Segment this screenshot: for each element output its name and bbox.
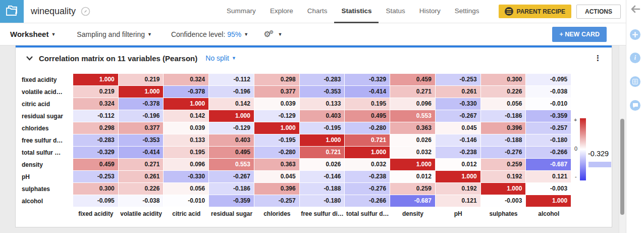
- collapse-chevron-icon[interactable]: [26, 56, 33, 61]
- chat-icon[interactable]: [630, 100, 640, 111]
- matrix-cell[interactable]: 0.226: [119, 183, 164, 195]
- matrix-cell[interactable]: 0.261: [436, 86, 481, 98]
- matrix-cell[interactable]: 0.142: [164, 110, 209, 122]
- matrix-cell[interactable]: 0.298: [73, 122, 119, 134]
- matrix-cell[interactable]: -0.266: [345, 195, 390, 207]
- matrix-cell[interactable]: -0.283: [300, 74, 345, 86]
- matrix-cell[interactable]: -0.238: [345, 171, 390, 183]
- matrix-cell[interactable]: -0.003: [526, 183, 571, 195]
- tab-status[interactable]: Status: [379, 0, 412, 23]
- matrix-cell[interactable]: 0.096: [164, 159, 209, 171]
- tab-statistics[interactable]: Statistics: [334, 0, 379, 23]
- matrix-cell[interactable]: 1.000: [526, 195, 571, 207]
- matrix-cell[interactable]: 0.298: [254, 74, 300, 86]
- tab-settings[interactable]: Settings: [448, 0, 487, 23]
- vertical-scrollbar-track[interactable]: [619, 45, 626, 233]
- matrix-cell[interactable]: 1.000: [481, 183, 526, 195]
- matrix-cell[interactable]: -0.359: [209, 195, 254, 207]
- matrix-cell[interactable]: -0.112: [209, 74, 254, 86]
- matrix-cell[interactable]: 1.000: [390, 159, 436, 171]
- matrix-cell[interactable]: 1.000: [73, 74, 119, 86]
- matrix-cell[interactable]: -0.180: [300, 195, 345, 207]
- vertical-scrollbar-thumb[interactable]: [620, 119, 624, 215]
- matrix-cell[interactable]: -0.687: [390, 195, 436, 207]
- matrix-cell[interactable]: -0.267: [436, 110, 481, 122]
- matrix-cell[interactable]: -0.129: [254, 110, 300, 122]
- matrix-cell[interactable]: -0.330: [436, 98, 481, 110]
- parent-recipe-button[interactable]: PARENT RECIPE: [499, 5, 571, 18]
- tab-history[interactable]: History: [412, 0, 448, 23]
- matrix-cell[interactable]: 0.219: [73, 86, 119, 98]
- matrix-cell[interactable]: 0.721: [300, 147, 345, 159]
- matrix-cell[interactable]: -0.112: [73, 110, 119, 122]
- matrix-cell[interactable]: -0.095: [526, 74, 571, 86]
- matrix-cell[interactable]: -0.186: [481, 110, 526, 122]
- settings-gears-dropdown[interactable]: ⚙⚙▼: [263, 29, 282, 39]
- matrix-cell[interactable]: -0.186: [209, 183, 254, 195]
- matrix-cell[interactable]: 1.000: [300, 134, 345, 147]
- matrix-cell[interactable]: 0.495: [345, 110, 390, 122]
- matrix-cell[interactable]: 0.026: [300, 159, 345, 171]
- matrix-cell[interactable]: 0.377: [254, 86, 300, 98]
- matrix-cell[interactable]: -0.257: [526, 122, 571, 134]
- new-card-button[interactable]: + NEW CARD: [552, 27, 607, 42]
- matrix-cell[interactable]: 0.403: [300, 110, 345, 122]
- matrix-cell[interactable]: -0.414: [345, 86, 390, 98]
- matrix-cell[interactable]: 0.271: [119, 159, 164, 171]
- matrix-cell[interactable]: 0.553: [390, 110, 436, 122]
- matrix-cell[interactable]: -0.038: [119, 195, 164, 207]
- matrix-cell[interactable]: 0.259: [390, 183, 436, 195]
- matrix-cell[interactable]: 0.039: [254, 98, 300, 110]
- matrix-cell[interactable]: -0.378: [119, 98, 164, 110]
- matrix-cell[interactable]: 0.324: [164, 74, 209, 86]
- matrix-cell[interactable]: -0.359: [526, 110, 571, 122]
- confidence-level-dropdown[interactable]: Confidence level: 95%▼: [171, 30, 248, 38]
- matrix-cell[interactable]: 1.000: [436, 171, 481, 183]
- no-split-dropdown[interactable]: No split▼: [205, 54, 236, 62]
- matrix-cell[interactable]: 0.195: [164, 147, 209, 159]
- matrix-cell[interactable]: -0.253: [436, 74, 481, 86]
- matrix-cell[interactable]: 0.324: [73, 98, 119, 110]
- matrix-cell[interactable]: 0.403: [209, 134, 254, 147]
- matrix-cell[interactable]: -0.276: [481, 147, 526, 159]
- matrix-cell[interactable]: -0.188: [481, 134, 526, 147]
- matrix-cell[interactable]: 0.721: [345, 134, 390, 147]
- matrix-cell[interactable]: -0.687: [526, 159, 571, 171]
- matrix-cell[interactable]: 0.459: [390, 74, 436, 86]
- matrix-cell[interactable]: 0.396: [481, 122, 526, 134]
- matrix-cell[interactable]: -0.010: [164, 195, 209, 207]
- matrix-cell[interactable]: 0.012: [436, 159, 481, 171]
- matrix-cell[interactable]: 1.000: [254, 122, 300, 134]
- matrix-cell[interactable]: -0.253: [73, 171, 119, 183]
- matrix-cell[interactable]: -0.330: [164, 171, 209, 183]
- matrix-cell[interactable]: 0.133: [164, 134, 209, 147]
- worksheet-dropdown[interactable]: Worksheet▼: [10, 30, 56, 38]
- matrix-cell[interactable]: 0.259: [481, 159, 526, 171]
- matrix-cell[interactable]: 0.377: [119, 122, 164, 134]
- matrix-cell[interactable]: -0.276: [345, 183, 390, 195]
- matrix-cell[interactable]: 0.271: [390, 86, 436, 98]
- matrix-cell[interactable]: -0.038: [526, 86, 571, 98]
- matrix-cell[interactable]: 0.012: [390, 171, 436, 183]
- matrix-cell[interactable]: -0.329: [73, 147, 119, 159]
- matrix-cell[interactable]: 0.056: [164, 183, 209, 195]
- matrix-cell[interactable]: 0.219: [119, 74, 164, 86]
- matrix-cell[interactable]: -0.283: [73, 134, 119, 147]
- matrix-cell[interactable]: 1.000: [119, 86, 164, 98]
- matrix-cell[interactable]: -0.280: [254, 147, 300, 159]
- matrix-cell[interactable]: 0.300: [481, 74, 526, 86]
- matrix-cell[interactable]: -0.329: [345, 74, 390, 86]
- matrix-cell[interactable]: 0.192: [481, 171, 526, 183]
- matrix-cell[interactable]: -0.266: [526, 147, 571, 159]
- list-icon[interactable]: [630, 76, 640, 87]
- matrix-cell[interactable]: 0.121: [526, 171, 571, 183]
- matrix-cell[interactable]: -0.188: [300, 183, 345, 195]
- matrix-cell[interactable]: 0.226: [481, 86, 526, 98]
- matrix-cell[interactable]: -0.238: [436, 147, 481, 159]
- matrix-cell[interactable]: 0.056: [481, 98, 526, 110]
- matrix-cell[interactable]: 0.121: [436, 195, 481, 207]
- matrix-cell[interactable]: -0.095: [73, 195, 119, 207]
- matrix-cell[interactable]: 0.363: [390, 122, 436, 134]
- matrix-cell[interactable]: -0.146: [436, 134, 481, 147]
- matrix-cell[interactable]: 1.000: [345, 147, 390, 159]
